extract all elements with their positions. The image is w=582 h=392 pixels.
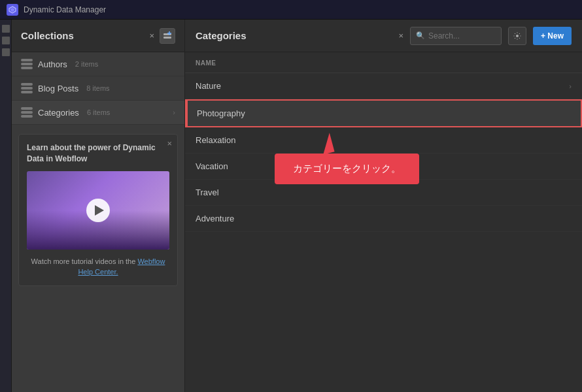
collection-count-blogposts: 8 items xyxy=(86,84,109,92)
collection-item-authors[interactable]: Authors 2 items xyxy=(12,52,184,76)
promo-title: Learn about the power of Dynamic Data in… xyxy=(27,142,169,165)
categories-chevron-icon: › xyxy=(173,108,175,116)
collection-item-categories[interactable]: Categories 6 items › xyxy=(12,101,184,125)
search-icon: 🔍 xyxy=(416,31,425,40)
collection-name-authors: Authors xyxy=(38,59,67,69)
categories-header: Categories × 🔍 + New xyxy=(185,20,582,52)
collection-item-blogposts[interactable]: Blog Posts 8 items xyxy=(12,76,184,101)
db-icon-categories xyxy=(21,107,33,118)
table-row-relaxation[interactable]: Relaxation xyxy=(185,127,582,154)
collection-count-categories: 6 items xyxy=(87,108,110,116)
search-input[interactable] xyxy=(428,31,496,41)
row-name-relaxation: Relaxation xyxy=(196,135,235,145)
collections-close-button[interactable]: × xyxy=(149,31,154,41)
row-name-travel: Travel xyxy=(196,188,219,197)
promo-close-button[interactable]: × xyxy=(167,139,172,148)
collections-title: Collections xyxy=(21,30,141,41)
table-row-nature[interactable]: Nature › xyxy=(185,73,582,99)
collection-name-blogposts: Blog Posts xyxy=(38,84,78,93)
table-header: NAME xyxy=(185,52,582,73)
svg-point-6 xyxy=(516,35,519,37)
db-icon-authors xyxy=(21,59,33,69)
row-name-nature: Nature xyxy=(196,81,221,91)
promo-card: × Learn about the power of Dynamic Data … xyxy=(18,134,178,286)
row-name-vacation: Vacation xyxy=(196,161,228,171)
categories-title: Categories xyxy=(196,30,389,41)
svg-rect-3 xyxy=(163,37,171,39)
strip-icon-2 xyxy=(2,37,10,44)
play-icon xyxy=(95,205,104,216)
settings-button[interactable] xyxy=(508,27,526,45)
collections-header: Collections × xyxy=(12,20,184,52)
app-title: Dynamic Data Manager xyxy=(24,5,106,14)
callout-tooltip: カテゴリーをクリック。 xyxy=(275,154,419,184)
search-box[interactable]: 🔍 xyxy=(410,27,502,45)
left-icon-strip xyxy=(0,20,12,392)
promo-footer: Watch more tutorial videos in the Webflo… xyxy=(27,256,169,278)
collections-panel: Collections × Authors 2 items xyxy=(12,20,185,392)
row-chevron-nature: › xyxy=(569,82,572,90)
add-collection-button[interactable] xyxy=(160,28,175,44)
promo-footer-text: Watch more tutorial videos in the xyxy=(31,257,138,265)
strip-icon-1 xyxy=(2,25,10,33)
app-icon xyxy=(7,4,18,16)
main-layout: Collections × Authors 2 items xyxy=(12,20,582,392)
table-row-photography[interactable]: Photography xyxy=(185,99,582,127)
categories-close-button[interactable]: × xyxy=(398,31,403,41)
play-button[interactable] xyxy=(86,199,110,222)
svg-marker-1 xyxy=(10,8,14,12)
categories-panel: Categories × 🔍 + New NAME Nature › xyxy=(185,20,582,392)
column-name-header: NAME xyxy=(196,59,216,67)
callout-text: カテゴリーをクリック。 xyxy=(293,163,401,174)
promo-thumbnail[interactable] xyxy=(27,171,169,250)
row-name-photography: Photography xyxy=(197,108,245,118)
db-icon-blogposts xyxy=(21,83,33,93)
strip-icon-3 xyxy=(2,48,10,56)
collection-name-categories: Categories xyxy=(38,108,79,118)
topbar: Dynamic Data Manager xyxy=(0,0,582,20)
collection-count-authors: 2 items xyxy=(75,60,98,68)
table-row-adventure[interactable]: Adventure xyxy=(185,206,582,232)
new-button[interactable]: + New xyxy=(533,27,572,45)
row-name-adventure: Adventure xyxy=(196,214,234,223)
